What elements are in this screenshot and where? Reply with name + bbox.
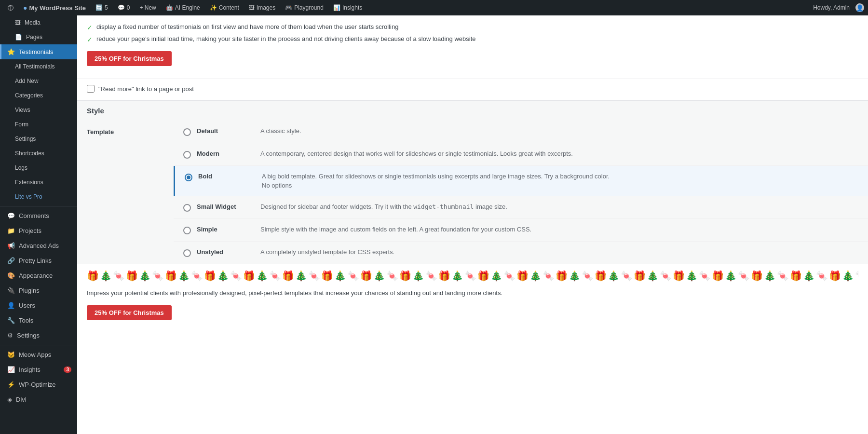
plugins-label: Plugins — [19, 287, 40, 294]
radio-bold[interactable] — [185, 174, 192, 181]
template-unstyled-desc: A completely unstyled template for CSS e… — [260, 248, 858, 256]
pretty-links-label: Pretty Links — [19, 257, 52, 264]
template-bold-no-options: No options — [262, 182, 858, 189]
template-bold-desc: A big bold template. Great for slideshow… — [262, 173, 610, 180]
settings2-label: Settings — [17, 332, 40, 339]
check-item-2: ✓ reduce your page's initial load time, … — [87, 35, 858, 43]
check-icon-1: ✓ — [87, 24, 93, 31]
divi-icon: ◈ — [7, 396, 12, 403]
media-label: Media — [25, 19, 41, 26]
template-option-simple: Simple Simple style with the image and c… — [174, 219, 868, 242]
radio-modern[interactable] — [183, 151, 191, 159]
template-bold-label[interactable]: Bold — [198, 173, 256, 180]
meow-apps-icon: 🐱 — [7, 351, 15, 358]
style-header: Style — [77, 100, 868, 121]
images-link[interactable]: 🖼 Images — [245, 0, 279, 15]
all-testimonials-label: All Testimonials — [15, 63, 54, 70]
updates-link[interactable]: 🔄 5 — [92, 0, 112, 15]
form-label: Form — [15, 121, 28, 128]
sidebar-item-users[interactable]: 👤 Users — [0, 298, 77, 313]
template-option-default: Default A classic style. — [174, 121, 868, 143]
promo-button-2[interactable]: 25% OFF for Christmas — [87, 305, 172, 320]
tools-icon: 🔧 — [7, 317, 15, 324]
wp-logo-icon[interactable] — [4, 0, 17, 15]
playground-link[interactable]: 🎮 Playground — [281, 0, 327, 15]
template-small-widget-desc: Designed for sidebar and footer widgets.… — [260, 203, 858, 210]
sidebar-item-views[interactable]: Views — [0, 103, 77, 117]
template-option-modern: Modern A contemporary, centered design t… — [174, 143, 868, 166]
template-simple-label[interactable]: Simple — [197, 226, 255, 233]
sidebar-item-projects[interactable]: 📁 Projects — [0, 223, 77, 238]
sidebar-item-pages[interactable]: 📄 Pages — [0, 30, 77, 44]
sidebar-item-lite-vs-pro[interactable]: Lite vs Pro — [0, 190, 77, 204]
sidebar-item-advanced-ads[interactable]: 📢 Advanced Ads — [0, 238, 77, 253]
sidebar-item-divi[interactable]: ◈ Divi — [0, 392, 77, 407]
sidebar-item-plugins[interactable]: 🔌 Plugins — [0, 283, 77, 298]
sidebar-item-testimonials[interactable]: ⭐ Testimonials — [0, 44, 77, 59]
sidebar-item-settings[interactable]: Settings — [0, 132, 77, 146]
sidebar-item-media[interactable]: 🖼 Media — [0, 15, 77, 30]
howdy-text: Howdy, Admin — [813, 4, 854, 11]
radio-small-widget[interactable] — [183, 204, 191, 212]
sidebar-item-shortcodes[interactable]: Shortcodes — [0, 146, 77, 161]
sidebar-item-all-testimonials[interactable]: All Testimonials — [0, 59, 77, 74]
template-modern-desc: A contemporary, centered design that wor… — [260, 150, 858, 157]
radio-simple[interactable] — [183, 227, 191, 234]
divi-label: Divi — [16, 396, 27, 403]
ai-engine-link[interactable]: 🤖 AI Engine — [162, 0, 204, 15]
sidebar-item-comments[interactable]: 💬 Comments — [0, 208, 77, 223]
content-inner: ✓ display a fixed number of testimonials… — [77, 15, 868, 434]
check-item-1: ✓ display a fixed number of testimonials… — [87, 23, 858, 31]
comments-link[interactable]: 💬 0 — [114, 0, 134, 15]
sidebar-item-categories[interactable]: Categories — [0, 88, 77, 103]
style-section: Style Template Default A classic style. — [77, 100, 868, 338]
site-name[interactable]: ● My WordPress Site — [19, 0, 90, 15]
sidebar-item-extensions[interactable]: Extensions — [0, 175, 77, 190]
template-default-desc: A classic style. — [260, 127, 858, 135]
sidebar-item-appearance[interactable]: 🎨 Appearance — [0, 268, 77, 283]
sidebar-item-pretty-links[interactable]: 🔗 Pretty Links — [0, 253, 77, 268]
content-link[interactable]: ✨ Content — [206, 0, 243, 15]
sidebar-item-tools[interactable]: 🔧 Tools — [0, 313, 77, 328]
radio-default[interactable] — [183, 128, 191, 136]
template-small-widget-label[interactable]: Small Widget — [197, 203, 255, 210]
user-avatar[interactable]: 👤 — [855, 3, 864, 12]
template-option-bold: Bold A big bold template. Great for slid… — [174, 166, 868, 196]
views-label: Views — [15, 107, 30, 113]
christmas-icons: 🎁🎄🍬🎁🎄🍬🎁🎄🍬🎁🎄🍬🎁🎄🍬🎁🎄🍬🎁🎄🍬🎁🎄🍬🎁🎄🍬🎁🎄🍬🎁🎄🍬🎁🎄🍬🎁🎄🍬🎁… — [87, 268, 858, 284]
users-label: Users — [19, 302, 35, 309]
tools-label: Tools — [19, 317, 33, 324]
advanced-ads-label: Advanced Ads — [19, 242, 59, 249]
promo-button-1[interactable]: 25% OFF for Christmas — [87, 51, 172, 66]
divider-2 — [0, 345, 77, 345]
template-default-label[interactable]: Default — [197, 127, 255, 135]
radio-unstyled[interactable] — [183, 249, 191, 257]
sidebar-item-settings2[interactable]: ⚙ Settings — [0, 328, 77, 343]
checklist-section: ✓ display a fixed number of testimonials… — [77, 15, 868, 79]
sidebar-item-wp-optimize[interactable]: ⚡ WP-Optimize — [0, 377, 77, 392]
check-text-2: reduce your page's initial load time, ma… — [96, 35, 476, 42]
sidebar-item-form[interactable]: Form — [0, 117, 77, 132]
sidebar-item-meow-apps[interactable]: 🐱 Meow Apps — [0, 347, 77, 362]
readmore-checkbox[interactable] — [87, 85, 95, 93]
check-text-1: display a fixed number of testimonials o… — [96, 23, 398, 30]
settings-label: Settings — [15, 136, 36, 142]
template-unstyled-label[interactable]: Unstyled — [197, 248, 255, 256]
insights-nav-label: Insights — [19, 366, 41, 373]
template-modern-label[interactable]: Modern — [197, 150, 255, 157]
categories-label: Categories — [15, 92, 43, 99]
divider-1 — [0, 206, 77, 206]
projects-label: Projects — [19, 227, 41, 234]
sidebar-item-logs[interactable]: Logs — [0, 161, 77, 175]
plugins-icon: 🔌 — [7, 287, 15, 294]
template-options: Default A classic style. Modern A contem… — [174, 121, 868, 264]
users-icon: 👤 — [7, 302, 15, 309]
sidebar-item-insights[interactable]: 📈 Insights 3 — [0, 362, 77, 377]
insights-link[interactable]: 📊 Insights — [329, 0, 366, 15]
readmore-label: "Read more" link to a page or post — [98, 85, 194, 93]
bottom-promo-text: Impress your potential clients with prof… — [87, 289, 858, 297]
logs-label: Logs — [15, 164, 27, 171]
new-content-link[interactable]: + New — [136, 0, 160, 15]
media-icon: 🖼 — [15, 19, 21, 26]
sidebar-item-add-new[interactable]: Add New — [0, 74, 77, 88]
